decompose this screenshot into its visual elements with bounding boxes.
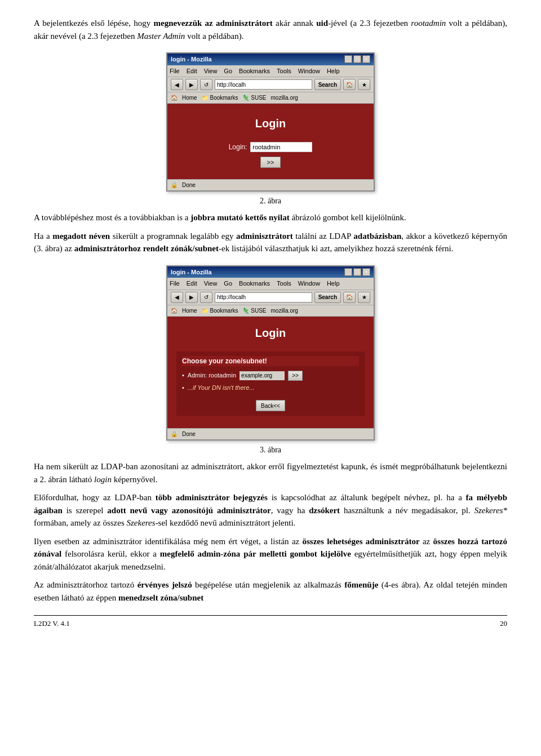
bookmark-nav-btn-2[interactable]: ★ (358, 292, 370, 303)
address-bar-1[interactable]: http://localh (215, 79, 312, 90)
footer-version: L2D2 V. 4.1 (34, 618, 70, 629)
maximize-btn-2[interactable]: □ (353, 268, 361, 276)
search-button-2[interactable]: Search (314, 292, 341, 303)
menu-edit-2[interactable]: Edit (187, 279, 197, 288)
login-row-1: Login: (229, 142, 313, 152)
figure-3-container: login - Mozilla _ □ × File Edit View Go … (34, 265, 507, 456)
bookmark-suse-2[interactable]: 🦎 SUSE (242, 306, 266, 315)
browser-bookmarks-2: 🏠 Home 📁 Bookmarks 🦎 SUSE mozilla.org (167, 305, 374, 317)
browser-titlebar-2: login - Mozilla _ □ × (167, 266, 374, 278)
bookmark-mozilla-1[interactable]: mozilla.org (271, 94, 298, 102)
titlebar-controls-2: _ □ × (344, 268, 370, 276)
dn-link[interactable]: ...if Your DN isn't there... (188, 383, 255, 393)
browser-menubar-2: File Edit View Go Bookmarks Tools Window… (167, 278, 374, 290)
para-ldap-fail: Ha nem sikerült az LDAP-ban azonosítani … (34, 460, 507, 486)
bold-menedzselt-zona: menedzselt zóna/subnet (118, 593, 203, 602)
forward-nav-btn-2[interactable]: ▶ (185, 292, 198, 303)
footer: L2D2 V. 4.1 20 (34, 615, 507, 629)
bold-dzsokert: dzsókert (309, 506, 340, 515)
zone-input[interactable] (240, 371, 285, 380)
bold-tobb-bejegyzes: több adminisztrátor bejegyzés (156, 493, 268, 502)
back-button[interactable]: Back<< (256, 400, 285, 411)
address-bar-2[interactable]: http://localh (215, 292, 312, 303)
login-title-1: Login (179, 115, 362, 132)
login-input-1[interactable] (250, 142, 312, 152)
para-multiple-admins: Előfordulhat, hogy az LDAP-ban több admi… (34, 491, 507, 530)
browser-window-1: login - Mozilla _ □ × File Edit View Go … (166, 52, 375, 192)
forward-nav-btn-1[interactable]: ▶ (185, 79, 198, 90)
menu-bookmarks-2[interactable]: Bookmarks (239, 279, 270, 288)
bold-adminisztraort: adminisztrátort (236, 232, 293, 241)
menu-go-1[interactable]: Go (224, 66, 232, 76)
bookmark-nav-btn-1[interactable]: ★ (358, 79, 370, 90)
back-nav-btn-2[interactable]: ◀ (171, 292, 183, 303)
bookmark-mozilla-2[interactable]: mozilla.org (271, 306, 298, 315)
browser-toolbar-1: ◀ ▶ ↺ http://localh Search 🏠 ★ (167, 77, 374, 92)
menu-view-1[interactable]: View (204, 66, 218, 76)
status-icon-1: 🔒 (171, 181, 178, 189)
italic-szekeres: Szekeres (127, 518, 156, 527)
browser-statusbar-1: 🔒 Done (167, 179, 374, 190)
menu-go-2[interactable]: Go (224, 279, 232, 288)
browser-title-2: login - Mozilla (171, 268, 212, 277)
menu-file-2[interactable]: File (170, 279, 180, 288)
status-text-1: Done (182, 181, 196, 189)
italic-rootadmin: rootadmin (411, 19, 446, 28)
bookmark-home-2[interactable]: Home (182, 306, 197, 315)
menu-help-2[interactable]: Help (327, 279, 340, 288)
bookmark-bookmarks-1[interactable]: 📁 Bookmarks (202, 94, 238, 102)
menu-tools-2[interactable]: Tools (277, 279, 291, 288)
home-nav-btn-2[interactable]: 🏠 (343, 292, 356, 303)
intro-paragraph: A bejelentkezés első lépése, hogy megnev… (34, 17, 507, 42)
maximize-btn-1[interactable]: □ (353, 55, 361, 63)
figure-3-caption: 3. ábra (260, 444, 281, 456)
minimize-btn-1[interactable]: _ (344, 55, 352, 63)
menu-bookmarks-1[interactable]: Bookmarks (239, 66, 270, 76)
url-text-1: http://localh (217, 81, 246, 89)
menu-tools-1[interactable]: Tools (277, 66, 291, 76)
status-icon-2: 🔒 (171, 430, 178, 438)
bold-adott-nevu: adott nevű vagy azonosítójú adminisztrát… (107, 506, 270, 515)
figure-2-caption: 2. ábra (260, 195, 281, 207)
login-label-1: Login: (229, 142, 247, 152)
url-text-2: http://localh (217, 293, 246, 301)
zone-heading: Choose your zone/subnet! (182, 356, 359, 366)
minimize-btn-2[interactable]: _ (344, 268, 352, 276)
status-text-2: Done (182, 430, 196, 438)
menu-edit-1[interactable]: Edit (187, 66, 197, 76)
bookmark-suse-1[interactable]: 🦎 SUSE (242, 94, 266, 102)
reload-nav-btn-2[interactable]: ↺ (200, 292, 212, 303)
zone-submit-btn[interactable]: >> (288, 371, 303, 381)
bold-zonak-subnet: adminisztrátorhoz rendelt zónák/subnet (74, 244, 219, 253)
bold-megadott-neven: megadott néven (52, 232, 110, 241)
figure-2-number: 2. ábra (260, 197, 281, 205)
bookmarks-icon-1: 🏠 (171, 94, 178, 102)
close-btn-1[interactable]: × (362, 55, 370, 63)
menu-file-1[interactable]: File (170, 66, 180, 76)
menu-view-2[interactable]: View (204, 279, 218, 288)
bold-uid: uid (316, 19, 328, 28)
home-nav-btn-1[interactable]: 🏠 (343, 79, 356, 90)
bookmark-home-1[interactable]: Home (182, 94, 197, 102)
menu-help-1[interactable]: Help (327, 66, 340, 76)
italic-szekeres-star: Szekeres* (474, 506, 507, 515)
bold-double-arrow: jobbra mutató kettős nyilat (190, 213, 289, 222)
close-btn-2[interactable]: × (362, 268, 370, 276)
bullet-dn: • (182, 383, 184, 393)
bookmark-bookmarks-2[interactable]: 📁 Bookmarks (202, 306, 238, 315)
submit-row-1: >> (260, 157, 281, 168)
reload-nav-btn-1[interactable]: ↺ (200, 79, 212, 90)
menu-window-1[interactable]: Window (298, 66, 320, 76)
bold-megnevezzuk: megnevezzük az adminisztrátort (154, 19, 273, 28)
back-nav-btn-1[interactable]: ◀ (171, 79, 183, 90)
browser-bookmarks-1: 🏠 Home 📁 Bookmarks 🦎 SUSE mozilla.org (167, 92, 374, 104)
page-content: A bejelentkezés első lépése, hogy megnev… (34, 17, 507, 629)
login-submit-1[interactable]: >> (260, 157, 281, 168)
bold-fomenu: főmenüje (344, 580, 378, 589)
bold-megfelelo-par: megfelelő admin-zóna pár melletti gombot… (160, 549, 351, 558)
search-button-1[interactable]: Search (314, 79, 341, 90)
browser-content-1: Login Login: >> (167, 104, 374, 179)
menu-window-2[interactable]: Window (298, 279, 320, 288)
para-ldap-search: Ha a megadott néven sikerült a programna… (34, 230, 507, 255)
login-title-2: Login (176, 324, 365, 341)
